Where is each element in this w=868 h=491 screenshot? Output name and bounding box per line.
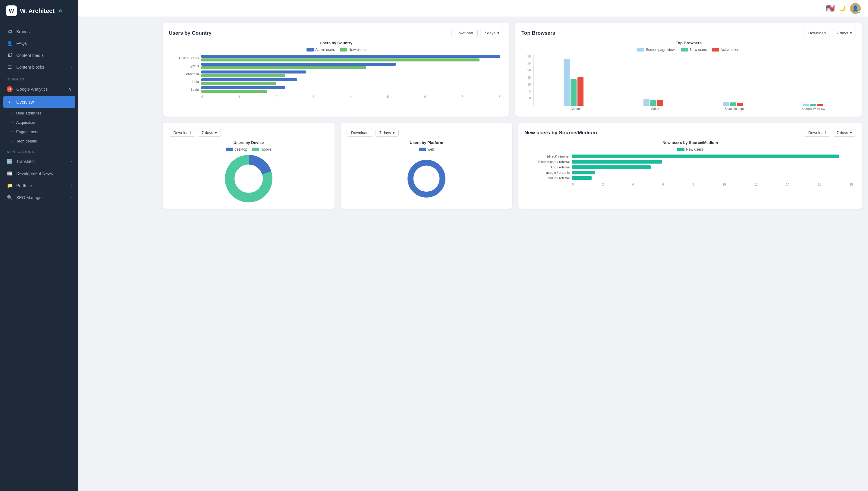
portfolio-icon: 📁 xyxy=(7,183,13,188)
legend-screen: Screen page views xyxy=(637,48,676,52)
days-selector[interactable]: 7 days ▾ xyxy=(833,29,856,37)
sidebar-item-acquisition[interactable]: Acquisition xyxy=(0,118,78,127)
legend-color-new xyxy=(340,48,347,52)
sidebar-item-engagement[interactable]: Engagement xyxy=(0,127,78,137)
sidebar-item-development-news[interactable]: 📰 Development News xyxy=(0,168,78,179)
legend-web: web xyxy=(419,147,434,151)
sidebar-item-label: SEO Manager xyxy=(16,195,43,200)
sidebar-sub-label: Tech details xyxy=(16,139,37,143)
dark-mode-toggle[interactable]: 🌙 xyxy=(839,5,846,12)
active-bar xyxy=(201,78,297,81)
download-button[interactable]: Download xyxy=(451,29,478,37)
days-selector[interactable]: 7 days ▾ xyxy=(198,128,221,137)
sidebar-item-label: Portfolio xyxy=(16,183,32,188)
sidebar-item-brands[interactable]: 🏷 Brands xyxy=(0,26,78,37)
active-bar xyxy=(201,55,500,58)
sidebar-item-user-attributes[interactable]: User attributes xyxy=(0,109,78,118)
new-bar xyxy=(201,82,276,85)
browser-group-android xyxy=(773,104,853,106)
days-selector[interactable]: 7 days ▾ xyxy=(480,29,503,37)
source-label: linkedin.com / referral xyxy=(527,160,570,164)
chart-title: Users by Platform xyxy=(410,140,443,145)
bars-container xyxy=(533,55,853,106)
legend-color-web xyxy=(419,148,426,151)
legend-label: Active users xyxy=(315,48,335,52)
country-row-cy: Cyprus xyxy=(172,63,500,69)
legend-color-desktop xyxy=(226,148,233,151)
faqs-icon: 👤 xyxy=(7,41,13,46)
app-name: W. Architect xyxy=(20,7,55,15)
sidebar-item-label: Overview xyxy=(16,100,34,105)
user-avatar[interactable]: 👤 xyxy=(850,3,861,14)
online-status-dot xyxy=(858,11,861,13)
vertical-bar-area: 051015202530 xyxy=(522,55,856,106)
browser-label-android: Android Webview xyxy=(774,107,853,111)
source-horizontal-bars: (direct) / (none) linkedin.com / referra… xyxy=(525,154,856,186)
legend-label: mobile xyxy=(261,147,271,151)
logo-badge: ⊙ xyxy=(59,8,62,13)
sidebar-item-label: Google Analytics xyxy=(16,87,48,92)
card-header: Download 7 days ▾ xyxy=(346,128,506,137)
active-bar xyxy=(578,77,584,106)
platform-svg xyxy=(402,154,451,203)
users-by-device-card: Download 7 days ▾ Users by Device deskto… xyxy=(163,123,335,209)
browser-group-safari xyxy=(614,99,694,106)
new-bar xyxy=(570,79,577,106)
x-axis: 024681012141618 xyxy=(527,183,853,186)
chevron-down-icon: ▾ xyxy=(393,131,395,135)
legend-label: Active users xyxy=(721,48,740,52)
x-axis-labels: Chrome Safari Safari (in-app) Android We… xyxy=(522,106,856,111)
card-header: New users by Source/Medium Download 7 da… xyxy=(525,128,856,137)
country-row-es: Spain xyxy=(172,86,500,93)
download-button[interactable]: Download xyxy=(346,128,373,137)
screen-bar xyxy=(723,102,729,106)
new-bar xyxy=(201,90,267,93)
sidebar-item-label: Translator xyxy=(16,159,35,164)
source-bar-bg xyxy=(572,154,853,158)
legend-label: New users xyxy=(690,48,707,52)
download-button[interactable]: Download xyxy=(804,29,830,37)
sidebar-item-faqs[interactable]: 👤 FAQs xyxy=(0,37,78,49)
bottom-row: Download 7 days ▾ Users by Device deskto… xyxy=(163,123,862,209)
app-logo[interactable]: W W. Architect ⊙ xyxy=(0,0,78,22)
sidebar-item-seo-manager[interactable]: 🔍 SEO Manager › xyxy=(0,192,78,204)
sidebar-item-overview[interactable]: • Overview xyxy=(3,96,75,108)
chevron-right-icon: › xyxy=(71,65,72,69)
sidebar-item-tech-details[interactable]: Tech details xyxy=(0,137,78,146)
sidebar-item-translator[interactable]: 🔤 Translator › xyxy=(0,155,78,168)
days-selector[interactable]: 7 days ▾ xyxy=(375,128,399,137)
card-title: Top Browsers xyxy=(522,30,555,36)
source-bar xyxy=(572,176,592,180)
chart-legend: Screen page views New users Active users xyxy=(522,48,856,52)
sidebar-item-content-media[interactable]: 🖼 Content media xyxy=(0,49,78,61)
y-axis: 051015202530 xyxy=(522,55,532,100)
download-button[interactable]: Download xyxy=(169,128,195,137)
legend-color-mobile xyxy=(252,148,259,151)
card-title: New users by Source/Medium xyxy=(525,130,597,136)
browser-label-safari: Safari xyxy=(616,107,695,111)
screen-bar xyxy=(643,99,649,106)
country-label: Spain xyxy=(172,88,199,91)
sidebar-item-content-blocks[interactable]: ☰ Content blocks › xyxy=(0,61,78,73)
download-button[interactable]: Download xyxy=(804,128,830,137)
language-flag[interactable]: 🇺🇸 xyxy=(826,4,835,13)
chevron-right-icon: › xyxy=(71,160,72,164)
sidebar: W W. Architect ⊙ 🏷 Brands 👤 FAQs 🖼 Conte… xyxy=(0,0,78,491)
sidebar-item-label: Development News xyxy=(16,171,53,176)
card-controls: Download 7 days ▾ xyxy=(451,29,503,37)
days-selector[interactable]: 7 days ▾ xyxy=(833,128,856,137)
card-header: Users by Country Download 7 days ▾ xyxy=(169,29,503,37)
active-bar xyxy=(201,70,306,74)
sidebar-item-google-analytics[interactable]: G Google Analytics ∨ xyxy=(0,83,78,95)
chevron-down-icon: ▾ xyxy=(850,31,852,35)
google-analytics-icon: G xyxy=(7,86,13,92)
sidebar-item-label: Content blocks xyxy=(16,65,44,69)
source-row-google: google / organic xyxy=(527,171,853,174)
donut-hole xyxy=(236,166,262,192)
legend-active: Active users xyxy=(712,48,740,52)
content-media-icon: 🖼 xyxy=(7,53,13,58)
sidebar-item-portfolio[interactable]: 📁 Portfolio › xyxy=(0,179,78,192)
chart-legend: Active users New users xyxy=(169,48,503,52)
new-users-source-card: New users by Source/Medium Download 7 da… xyxy=(519,123,862,209)
chart-legend: desktop mobile xyxy=(226,147,271,151)
